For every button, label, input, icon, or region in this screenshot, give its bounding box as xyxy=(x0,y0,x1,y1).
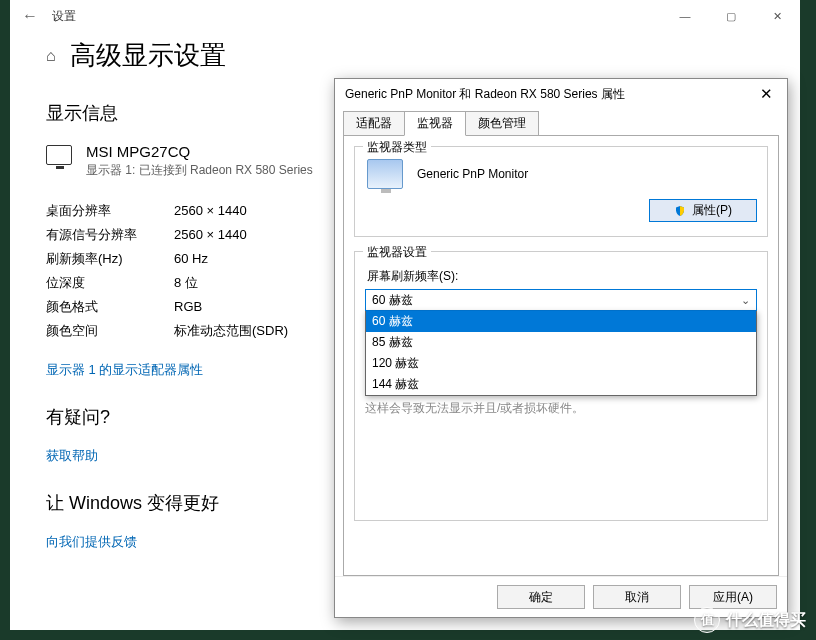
ok-button[interactable]: 确定 xyxy=(497,585,585,609)
back-icon[interactable]: ← xyxy=(20,7,40,25)
close-button[interactable]: ✕ xyxy=(754,0,800,32)
home-icon[interactable]: ⌂ xyxy=(46,47,56,65)
dialog-tabs: 适配器 监视器 颜色管理 xyxy=(335,111,787,136)
legend-monitor-settings: 监视器设置 xyxy=(363,244,431,261)
monitor-icon xyxy=(46,145,72,165)
page-title: 高级显示设置 xyxy=(70,38,226,73)
tab-monitor[interactable]: 监视器 xyxy=(404,111,466,136)
fieldset-monitor-type: 监视器类型 Generic PnP Monitor 属性(P) xyxy=(354,146,768,237)
chevron-down-icon: ⌄ xyxy=(741,294,750,307)
watermark-icon: 值 xyxy=(694,607,720,633)
titlebar: ← 设置 — ▢ ✕ xyxy=(10,0,800,32)
tab-body-monitor: 监视器类型 Generic PnP Monitor 属性(P) 监视器设置 屏幕… xyxy=(343,135,779,576)
legend-monitor-type: 监视器类型 xyxy=(363,139,431,156)
refresh-rate-label: 屏幕刷新频率(S): xyxy=(367,268,757,285)
monitor-device-name: Generic PnP Monitor xyxy=(417,167,528,181)
properties-button[interactable]: 属性(P) xyxy=(649,199,757,222)
dialog-titlebar: Generic PnP Monitor 和 Radeon RX 580 Seri… xyxy=(335,79,787,109)
monitor-device-icon xyxy=(367,159,403,189)
fieldset-monitor-settings: 监视器设置 屏幕刷新频率(S): 60 赫兹 ⌄ 60 赫兹 85 赫兹 120… xyxy=(354,251,768,521)
refresh-rate-combobox[interactable]: 60 赫兹 ⌄ xyxy=(365,289,757,311)
window-title: 设置 xyxy=(52,8,76,25)
combo-option-60hz[interactable]: 60 赫兹 xyxy=(366,311,756,332)
watermark-text: 什么值得买 xyxy=(726,610,806,631)
cancel-button[interactable]: 取消 xyxy=(593,585,681,609)
tab-color-management[interactable]: 颜色管理 xyxy=(465,111,539,136)
tab-adapter[interactable]: 适配器 xyxy=(343,111,405,136)
monitor-sub: 显示器 1: 已连接到 Radeon RX 580 Series xyxy=(86,162,313,179)
dialog-close-button[interactable]: ✕ xyxy=(751,85,781,103)
combo-option-144hz[interactable]: 144 赫兹 xyxy=(366,374,756,395)
refresh-rate-dropdown-list: 60 赫兹 85 赫兹 120 赫兹 144 赫兹 xyxy=(365,311,757,396)
uac-shield-icon xyxy=(674,205,686,217)
watermark: 值 什么值得买 xyxy=(688,604,812,636)
dialog-title-text: Generic PnP Monitor 和 Radeon RX 580 Seri… xyxy=(345,86,625,103)
combo-selected-value: 60 赫兹 xyxy=(372,292,413,309)
monitor-properties-dialog: Generic PnP Monitor 和 Radeon RX 580 Seri… xyxy=(334,78,788,618)
hidden-modes-note: 这样会导致无法显示并且/或者损坏硬件。 xyxy=(365,400,757,417)
combo-option-85hz[interactable]: 85 赫兹 xyxy=(366,332,756,353)
minimize-button[interactable]: — xyxy=(662,0,708,32)
combo-option-120hz[interactable]: 120 赫兹 xyxy=(366,353,756,374)
maximize-button[interactable]: ▢ xyxy=(708,0,754,32)
monitor-name: MSI MPG27CQ xyxy=(86,143,313,160)
